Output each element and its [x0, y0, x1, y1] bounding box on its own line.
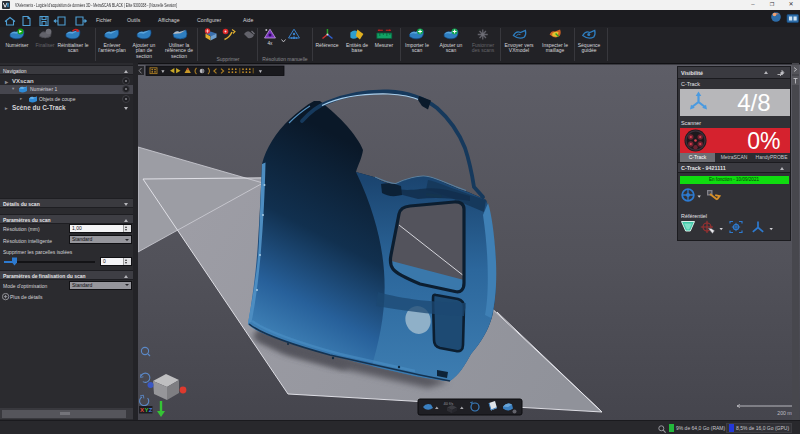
- svg-text:Z: Z: [149, 407, 153, 413]
- svg-text:X: X: [140, 407, 144, 413]
- svg-text:40 f/s: 40 f/s: [444, 401, 454, 406]
